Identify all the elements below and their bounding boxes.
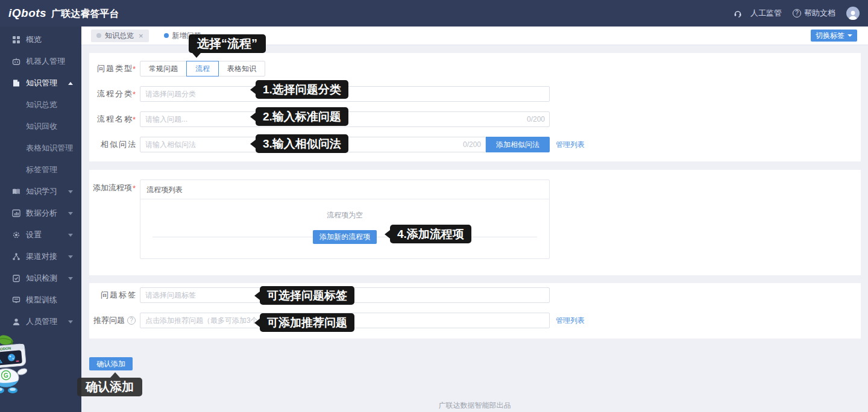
user-icon [12, 317, 20, 326]
switch-tag-button[interactable]: 切换标签 [811, 30, 857, 42]
add-similar-question-button[interactable]: 添加相似问法 [486, 137, 550, 152]
gear-icon [12, 231, 20, 239]
process-category-row: 流程分类* [89, 86, 861, 102]
arrow-left-icon [385, 230, 390, 239]
annotation-step3: 3.输入相似问法 [256, 134, 348, 153]
sidebar-item-channel-integration[interactable]: 渠道对接 [0, 246, 81, 267]
logo-text: iQbots [8, 7, 46, 20]
chart-icon [12, 209, 20, 217]
annotation-recommend: 可添加推荐问题 [260, 313, 354, 332]
sidebar-item-robot-management[interactable]: 机器人管理 [0, 51, 81, 72]
question-type-options: 常规问题 流程 表格知识 [140, 61, 265, 76]
platform-name: 广联达睿答平台 [51, 8, 119, 20]
annotation-tags: 可选择问题标签 [260, 286, 354, 305]
sidebar-item-label: 模型训练 [26, 295, 57, 305]
manage-similar-list-link[interactable]: 管理列表 [556, 140, 585, 150]
arrow-left-icon [250, 140, 256, 148]
question-tags-row: 问题标签 [89, 287, 861, 303]
sidebar-item-label: 数据分析 [26, 208, 57, 219]
robot-icon [12, 57, 20, 66]
sidebar-item-label: 知识学习 [26, 186, 57, 197]
confirm-add-button[interactable]: 确认添加 [89, 357, 133, 370]
sidebar-subitem-knowledge-overview[interactable]: 知识总览 [0, 94, 81, 116]
process-category-label: 流程分类* [89, 89, 136, 99]
chevron-down-icon [848, 34, 852, 37]
sidebar-item-overview[interactable]: 概览 [0, 29, 81, 51]
option-process[interactable]: 流程 [186, 61, 219, 76]
required-mark: * [133, 90, 136, 99]
sidebar-item-label: 机器人管理 [26, 56, 65, 67]
sidebar-item-label: 知识检测 [26, 273, 57, 284]
arrow-left-icon [254, 319, 260, 327]
dashboard-icon [12, 36, 20, 44]
sidebar-item-knowledge-learning[interactable]: 知识学习 [0, 181, 81, 202]
required-mark: * [133, 115, 136, 124]
annotation-step4: 4.添加流程项 [390, 225, 471, 243]
chevron-down-icon [68, 190, 73, 193]
char-counter: 0/200 [527, 111, 545, 127]
monitor-icon [12, 296, 20, 304]
close-icon[interactable]: × [139, 32, 143, 40]
sidebar-subitem-label: 表格知识管理 [26, 143, 73, 154]
sidebar-item-personnel-management[interactable]: 人员管理 [0, 311, 81, 332]
question-circle-icon [127, 316, 136, 325]
manage-recommend-list-link[interactable]: 管理列表 [556, 316, 585, 326]
chevron-down-icon [68, 212, 73, 215]
similar-question-label: 相似问法 [89, 139, 136, 150]
open-book-icon [12, 187, 20, 196]
sidebar-item-knowledge-detection[interactable]: 知识检测 [0, 267, 81, 289]
sidebar-subitem-label: 标签管理 [26, 164, 57, 175]
question-tags-label: 问题标签 [89, 290, 136, 301]
chevron-up-icon [68, 82, 73, 85]
process-list-title: 流程项列表 [140, 180, 549, 199]
annotation-select-process: 选择“流程” [189, 34, 266, 53]
sidebar-item-label: 人员管理 [26, 316, 57, 327]
question-basic-panel: 问题类型* 常规问题 流程 表格知识 流程分类* 流程名称* 0/200 相似问… [89, 53, 861, 161]
option-regular-question[interactable]: 常规问题 [140, 61, 187, 76]
add-process-item-button[interactable]: 添加新的流程项 [313, 230, 377, 244]
sidebar-item-model-training[interactable]: 模型训练 [0, 289, 81, 311]
question-type-label: 问题类型* [89, 63, 136, 74]
option-table-knowledge[interactable]: 表格知识 [218, 61, 265, 76]
help-docs-label: 帮助文档 [804, 8, 835, 19]
sidebar-subitem-knowledge-recycle[interactable]: 知识回收 [0, 116, 81, 137]
app-header: iQbots 广联达睿答平台 人工监管 帮助文档 [0, 0, 868, 27]
book-icon [12, 79, 20, 87]
annotation-step2: 2.输入标准问题 [256, 107, 348, 126]
chevron-down-icon [68, 234, 73, 237]
tab-knowledge-overview[interactable]: 知识总览 × [91, 30, 149, 42]
char-counter: 0/200 [463, 137, 481, 152]
arrow-left-icon [254, 292, 260, 300]
process-empty-text: 流程项为空 [140, 199, 549, 220]
sidebar-item-label: 知识管理 [26, 78, 57, 89]
process-items-box: 流程项列表 流程项为空 添加新的流程项 [140, 179, 550, 259]
share-nodes-icon [12, 252, 20, 261]
sidebar-subitem-label: 知识回收 [26, 121, 57, 132]
sidebar-subitem-tag-management[interactable]: 标签管理 [0, 159, 81, 181]
arrow-left-icon [250, 86, 256, 94]
required-mark: * [133, 64, 136, 73]
tab-label: 知识总览 [105, 31, 134, 41]
manual-review-button[interactable]: 人工监管 [734, 8, 782, 19]
sidebar-item-knowledge-management[interactable]: 知识管理 [0, 72, 81, 94]
sidebar-item-settings[interactable]: 设置 [0, 224, 81, 246]
tab-status-dot [96, 33, 101, 38]
sidebar-item-data-analysis[interactable]: 数据分析 [0, 202, 81, 224]
required-mark: * [133, 184, 136, 193]
process-items-label: 添加流程项* [89, 183, 136, 193]
clipboard-check-icon [12, 274, 20, 282]
question-extra-panel: 问题标签 推荐问题 管理列表 [89, 283, 861, 339]
process-name-row: 流程名称* 0/200 [89, 111, 861, 127]
annotation-step1: 1.选择问题分类 [256, 80, 348, 99]
help-docs-button[interactable]: 帮助文档 [793, 8, 835, 19]
question-circle-icon [793, 9, 801, 17]
similar-question-row: 相似问法 0/200 添加相似问法 管理列表 [89, 137, 861, 152]
sidebar-subitem-table-knowledge[interactable]: 表格知识管理 [0, 137, 81, 159]
switch-tag-label: 切换标签 [816, 31, 844, 41]
process-name-label: 流程名称* [89, 114, 136, 125]
svg-text:G: G [4, 372, 8, 379]
sidebar-item-label: 设置 [26, 229, 42, 240]
arrow-down-icon [192, 53, 201, 58]
app-logo: iQbots 广联达睿答平台 [8, 7, 119, 20]
user-avatar[interactable] [846, 7, 860, 20]
